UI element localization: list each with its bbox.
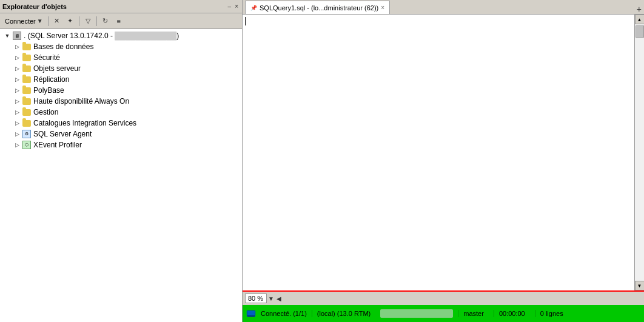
- scroll-left-button[interactable]: ◀: [277, 295, 281, 302]
- panel-close-icon[interactable]: ×: [233, 3, 240, 10]
- query-tab[interactable]: 📌 SQLQuery1.sql - (lo...dministrateur (6…: [245, 1, 390, 14]
- vertical-scrollbar[interactable]: ▲ ▼: [634, 15, 644, 290]
- panel-title-bar: Explorateur d'objets – ×: [0, 0, 242, 13]
- folder-icon-securite: [22, 53, 32, 62]
- connection-status-label: Connecté. (1/1): [261, 310, 307, 317]
- label-haute-dispo: Haute disponibilité Always On: [33, 97, 129, 106]
- tree-item-catalogues[interactable]: ▷ Catalogues Integration Services: [0, 118, 242, 129]
- scroll-track[interactable]: [635, 24, 644, 281]
- tree-item-gestion[interactable]: ▷ Gestion: [0, 107, 242, 118]
- label-catalogues: Catalogues Integration Services: [33, 119, 136, 127]
- label-xevent: XEvent Profiler: [33, 141, 82, 149]
- tree-item-sql-agent[interactable]: ▷ ⚙ SQL Server Agent: [0, 129, 242, 139]
- label-sql-agent: SQL Server Agent: [33, 130, 92, 138]
- status-row-connection: Connecté. (1/1) (local) (13.0 RTM) maste…: [243, 305, 644, 322]
- tab-close-button[interactable]: ×: [381, 4, 384, 11]
- folder-icon-haute-dispo: [22, 96, 32, 106]
- title-controls: – ×: [227, 3, 240, 10]
- folder-icon-bases: [22, 42, 32, 52]
- status-bar: 80 % ▼ ◀ Connecté. (1/1) (local: [243, 290, 644, 322]
- tree-item-securite[interactable]: ▷ Sécurité: [0, 52, 242, 63]
- query-editor-area[interactable]: ▲ ▼: [243, 15, 644, 290]
- tab-bar: 📌 SQLQuery1.sql - (lo...dministrateur (6…: [243, 0, 644, 15]
- scroll-up-button[interactable]: ▲: [635, 15, 645, 24]
- tree-item-polybase[interactable]: ▷ PolyBase: [0, 85, 242, 96]
- expander-haute-dispo[interactable]: ▷: [12, 96, 22, 106]
- text-cursor: [245, 17, 246, 25]
- tab-pin-icon[interactable]: 📌: [250, 5, 257, 11]
- expander-sql-agent[interactable]: ▷: [12, 129, 22, 139]
- object-explorer-panel: Explorateur d'objets – × Connecter ▼ ✕ ✦…: [0, 0, 243, 322]
- rows-label: 0 lignes: [535, 310, 568, 317]
- folder-icon-replication: [22, 75, 32, 84]
- label-replication: Réplication: [33, 75, 69, 84]
- label-securite: Sécurité: [33, 53, 60, 62]
- server-label: (local) (13.0 RTM): [312, 310, 375, 317]
- expander-gestion[interactable]: ▷: [12, 107, 22, 117]
- expander-bases[interactable]: ▷: [12, 42, 22, 52]
- label-objets-serveur: Objets serveur: [33, 64, 81, 73]
- server-icon: 🖥: [12, 31, 22, 41]
- root-expander[interactable]: ▼: [2, 31, 12, 41]
- tab-right-controls: +: [637, 4, 644, 14]
- expander-xevent[interactable]: ▷: [12, 140, 22, 150]
- folder-icon-catalogues: [22, 118, 32, 128]
- zoom-control[interactable]: 80 % ▼: [245, 293, 274, 303]
- scroll-down-button[interactable]: ▼: [635, 281, 645, 290]
- toolbar-separator-1: [48, 16, 49, 26]
- connected-text: Connecté. (1/1): [261, 310, 307, 317]
- object-tree[interactable]: ▼ 🖥 . (SQL Server 13.0.1742.0 - ████████…: [0, 29, 242, 322]
- summary-button[interactable]: ≡: [113, 15, 125, 27]
- label-polybase: PolyBase: [33, 86, 64, 95]
- database-label: master: [458, 310, 489, 317]
- tree-item-objets-serveur[interactable]: ▷ Objets serveur: [0, 63, 242, 74]
- tree-item-haute-dispo[interactable]: ▷ Haute disponibilité Always On: [0, 96, 242, 107]
- pin-icon[interactable]: –: [227, 3, 233, 10]
- connection-status-icon: [246, 309, 256, 318]
- label-bases-de-donnees: Bases de données: [33, 42, 93, 51]
- expander-securite[interactable]: ▷: [12, 53, 22, 62]
- blurred-status-info: [380, 309, 453, 318]
- root-server-label: . (SQL Server 13.0.1742.0 - ████████████…: [24, 32, 179, 40]
- expander-objets[interactable]: ▷: [12, 64, 22, 73]
- folder-icon-polybase: [22, 86, 32, 95]
- tab-label: SQLQuery1.sql - (lo...dministrateur (62)…: [260, 4, 378, 12]
- filter-button[interactable]: ▽: [82, 15, 94, 27]
- tree-item-bases-de-donnees[interactable]: ▷ Bases de données: [0, 41, 242, 52]
- scroll-thumb[interactable]: [636, 25, 644, 38]
- expander-replication[interactable]: ▷: [12, 75, 22, 84]
- zoom-value: 80 %: [245, 293, 267, 303]
- label-gestion: Gestion: [33, 108, 58, 116]
- expander-polybase[interactable]: ▷: [12, 86, 22, 95]
- refresh-button[interactable]: ↻: [99, 15, 112, 27]
- root-server-node[interactable]: ▼ 🖥 . (SQL Server 13.0.1742.0 - ████████…: [0, 30, 242, 41]
- toolbar-separator-3: [96, 16, 97, 26]
- folder-icon-objets: [22, 64, 32, 73]
- execution-time-label: 00:00:00: [494, 310, 530, 317]
- connect-dropdown-arrow[interactable]: ▼: [37, 18, 43, 24]
- panel-title: Explorateur d'objets: [2, 3, 67, 10]
- connect-label: Connecter: [5, 18, 36, 25]
- add-tab-button[interactable]: +: [637, 4, 642, 14]
- connect-button[interactable]: Connecter ▼: [2, 15, 45, 27]
- xevent-icon: ⬡: [22, 140, 32, 150]
- zoom-dropdown-arrow[interactable]: ▼: [268, 295, 274, 302]
- toolbar-separator-2: [79, 16, 79, 26]
- status-row-zoom: 80 % ▼ ◀: [243, 292, 644, 305]
- expander-catalogues[interactable]: ▷: [12, 118, 22, 128]
- svg-rect-1: [247, 311, 255, 315]
- query-editor-panel: 📌 SQLQuery1.sql - (lo...dministrateur (6…: [243, 0, 644, 322]
- tree-item-replication[interactable]: ▷ Réplication: [0, 74, 242, 85]
- tree-item-xevent[interactable]: ▷ ⬡ XEvent Profiler: [0, 139, 242, 150]
- disconnect-button[interactable]: ✕: [51, 15, 63, 27]
- sql-agent-icon: ⚙: [22, 129, 32, 139]
- register-button[interactable]: ✦: [64, 15, 76, 27]
- explorer-toolbar: Connecter ▼ ✕ ✦ ▽ ↻ ≡: [0, 13, 242, 29]
- folder-icon-gestion: [22, 107, 32, 117]
